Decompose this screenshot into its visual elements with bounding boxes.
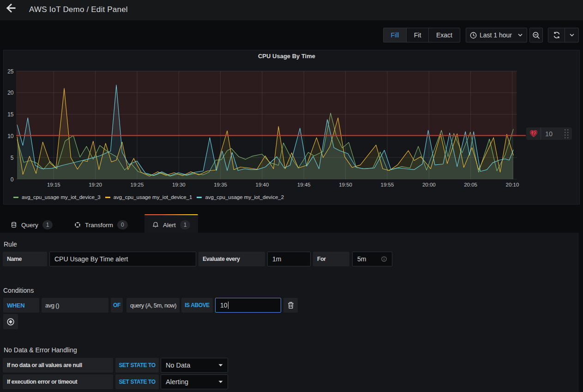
svg-text:19:20: 19:20 <box>89 182 102 187</box>
svg-text:19:40: 19:40 <box>256 182 269 187</box>
svg-text:19:45: 19:45 <box>297 182 311 187</box>
svg-text:0: 0 <box>11 176 14 183</box>
svg-text:19:35: 19:35 <box>214 182 227 187</box>
svg-text:25: 25 <box>7 68 14 75</box>
svg-text:19:55: 19:55 <box>381 182 394 187</box>
svg-text:10: 10 <box>7 133 14 139</box>
svg-text:20:10: 20:10 <box>506 182 519 187</box>
svg-text:20: 20 <box>7 90 14 96</box>
svg-text:20:00: 20:00 <box>422 182 436 187</box>
svg-text:19:25: 19:25 <box>131 182 144 187</box>
svg-text:19:30: 19:30 <box>172 182 186 187</box>
svg-text:5: 5 <box>11 155 14 161</box>
svg-text:20:05: 20:05 <box>464 182 477 187</box>
svg-text:19:50: 19:50 <box>339 182 352 187</box>
svg-text:15: 15 <box>7 111 14 118</box>
svg-text:19:15: 19:15 <box>47 182 60 187</box>
